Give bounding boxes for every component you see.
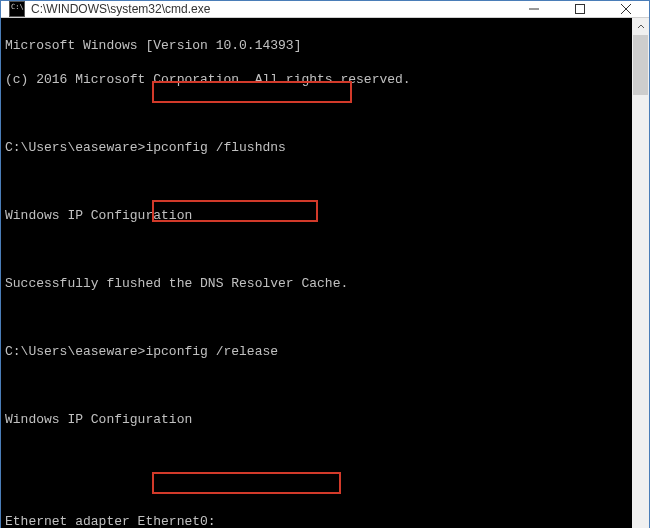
terminal-line bbox=[5, 241, 628, 258]
close-icon bbox=[621, 4, 631, 14]
svg-rect-1 bbox=[576, 5, 585, 14]
window-controls bbox=[511, 1, 649, 17]
terminal-line bbox=[5, 377, 628, 394]
prompt: C:\Users\easeware> bbox=[5, 344, 145, 359]
terminal-line bbox=[5, 445, 628, 462]
titlebar[interactable]: C:\WINDOWS\system32\cmd.exe bbox=[1, 1, 649, 18]
maximize-button[interactable] bbox=[557, 1, 603, 17]
terminal-line: C:\Users\easeware>ipconfig /release bbox=[5, 343, 628, 360]
terminal-line bbox=[5, 173, 628, 190]
terminal-line: Ethernet adapter Ethernet0: bbox=[5, 513, 628, 528]
minimize-icon bbox=[529, 4, 539, 14]
scrollbar-thumb[interactable] bbox=[633, 35, 648, 95]
command-text: ipconfig /flushdns bbox=[145, 140, 285, 155]
scrollbar-track[interactable] bbox=[632, 35, 649, 528]
terminal-line: Windows IP Configuration bbox=[5, 207, 628, 224]
chevron-up-icon bbox=[637, 23, 645, 31]
prompt: C:\Users\easeware> bbox=[5, 140, 145, 155]
minimize-button[interactable] bbox=[511, 1, 557, 17]
terminal-line: Windows IP Configuration bbox=[5, 411, 628, 428]
client-area: Microsoft Windows [Version 10.0.14393] (… bbox=[1, 18, 649, 528]
terminal-line: (c) 2016 Microsoft Corporation. All righ… bbox=[5, 71, 628, 88]
command-text: ipconfig /release bbox=[145, 344, 278, 359]
cmd-window: C:\WINDOWS\system32\cmd.exe Microsoft Wi… bbox=[0, 0, 650, 528]
cmd-app-icon bbox=[9, 1, 25, 17]
terminal-line bbox=[5, 309, 628, 326]
terminal-line bbox=[5, 105, 628, 122]
terminal-line bbox=[5, 479, 628, 496]
terminal-line: Microsoft Windows [Version 10.0.14393] bbox=[5, 37, 628, 54]
close-button[interactable] bbox=[603, 1, 649, 17]
terminal-line: C:\Users\easeware>ipconfig /flushdns bbox=[5, 139, 628, 156]
vertical-scrollbar[interactable] bbox=[632, 18, 649, 528]
terminal-line: Successfully flushed the DNS Resolver Ca… bbox=[5, 275, 628, 292]
window-title: C:\WINDOWS\system32\cmd.exe bbox=[31, 2, 511, 16]
terminal-output[interactable]: Microsoft Windows [Version 10.0.14393] (… bbox=[1, 18, 632, 528]
maximize-icon bbox=[575, 4, 585, 14]
scroll-up-button[interactable] bbox=[632, 18, 649, 35]
